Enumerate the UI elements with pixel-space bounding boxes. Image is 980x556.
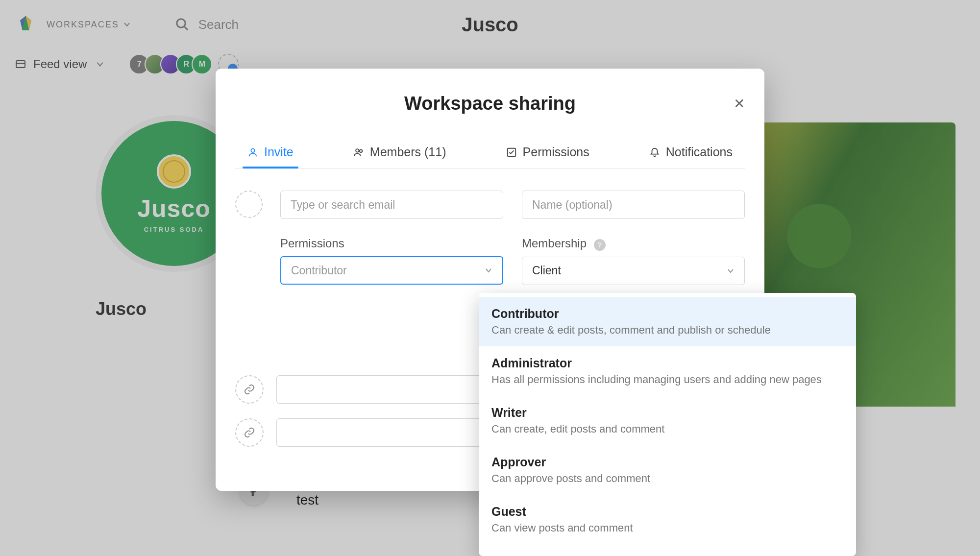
svg-point-5 [356,149,359,152]
tab-notifications-label: Notifications [666,145,733,159]
svg-point-4 [251,148,254,152]
dropdown-item-guest[interactable]: Guest Can view posts and comment [479,495,856,544]
link-icon [235,418,264,447]
dropdown-item-desc: Can create & edit posts, comment and pub… [491,324,843,337]
tab-members[interactable]: Members (11) [348,136,451,168]
permissions-value: Contributor [291,264,347,277]
email-input[interactable] [280,191,503,219]
dropdown-item-title: Contributor [491,307,843,321]
svg-point-6 [360,149,363,152]
help-icon[interactable]: ? [594,239,606,251]
dropdown-item-title: Approver [491,455,843,469]
dropdown-item-desc: Can view posts and comment [491,522,843,534]
dropdown-item-desc: Can create, edit posts and comment [491,423,843,435]
bell-icon [649,147,660,158]
dropdown-item-title: Administrator [491,356,843,370]
dropdown-item-administrator[interactable]: Administrator Has all permissions includ… [479,346,856,396]
user-icon [247,147,258,158]
users-icon [353,147,364,158]
dropdown-item-title: Writer [491,406,843,420]
permissions-dropdown: Contributor Can create & edit posts, com… [479,293,856,556]
checkbox-icon [506,147,517,158]
chevron-down-icon [727,267,735,275]
invite-form: Permissions Contributor Membership ? Cli… [235,191,745,285]
dropdown-item-approver[interactable]: Approver Can approve posts and comment [479,445,856,495]
dropdown-item-contributor[interactable]: Contributor Can create & edit posts, com… [479,297,856,346]
name-input[interactable] [522,191,745,219]
dropdown-item-desc: Has all permissions including managing u… [491,373,843,386]
tab-invite[interactable]: Invite [243,136,298,168]
dropdown-item-desc: Can approve posts and comment [491,472,843,485]
avatar-placeholder [235,191,263,218]
permissions-select[interactable]: Contributor [280,256,503,285]
tab-invite-label: Invite [264,145,294,159]
close-icon[interactable]: ✕ [734,96,745,112]
chevron-down-icon [485,266,492,274]
tab-notifications[interactable]: Notifications [644,136,737,168]
dropdown-item-title: Guest [491,505,843,519]
tab-permissions[interactable]: Permissions [501,136,594,168]
membership-label: Membership ? [522,237,745,251]
modal-title: Workspace sharing [235,93,745,114]
tab-members-label: Members (11) [370,145,446,159]
dropdown-item-writer[interactable]: Writer Can create, edit posts and commen… [479,396,856,445]
link-icon [235,375,264,404]
modal-tabs: Invite Members (11) Permissions Notifica… [235,136,745,169]
permissions-label: Permissions [280,237,503,250]
membership-select[interactable]: Client [522,257,745,285]
tab-permissions-label: Permissions [523,145,589,159]
membership-value: Client [532,264,561,277]
